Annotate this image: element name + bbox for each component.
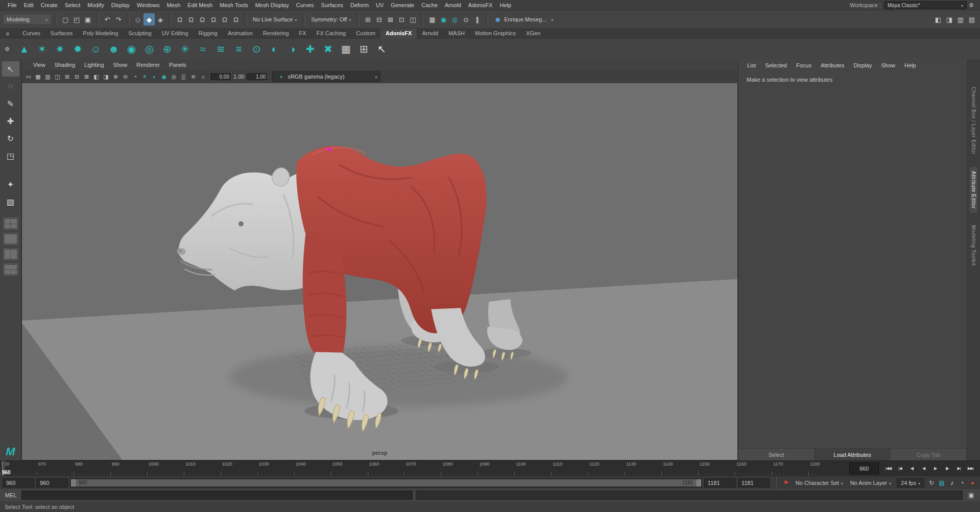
adonisfx-joint-icon[interactable]: ✷ [52,41,68,58]
anti-aliasing-icon[interactable]: ◎ [169,71,179,82]
account-menu[interactable]: ☻ Enrique Meseg... [491,15,556,23]
output-connections-icon[interactable]: ⊟ [373,13,385,26]
adonisfx-grid-icon[interactable]: ▦ [338,41,354,58]
adonisfx-skeleton-icon[interactable]: ✶ [34,41,51,58]
snap-to-view-plane-icon[interactable]: Ω [219,13,230,26]
adonisfx-locator-icon[interactable]: ✸ [69,41,86,58]
menu-item[interactable]: Arnold [441,1,465,9]
last-tool-used[interactable]: ✦ [2,177,19,192]
shelf-tab[interactable]: MASH [443,29,470,39]
mute-audio-icon[interactable]: ♪ [947,478,957,488]
wireframe-shaded-icon[interactable]: ◔ [130,71,140,82]
animation-start-field[interactable]: 960 [3,478,34,487]
image-plane-icon[interactable]: ⊖ [121,71,130,82]
attribute-editor-menu-item[interactable]: List [743,62,760,68]
render-settings-icon[interactable]: ⊙ [460,13,471,26]
menu-item[interactable]: Edit [20,1,37,9]
xray-icon[interactable]: ▒ [179,71,188,82]
step-back-key-button[interactable]: ◀| [906,463,917,474]
select-object-icon[interactable]: ◆ [144,13,155,26]
step-forward-frame-button[interactable]: ▶| [953,463,964,474]
timeline-tick[interactable]: 1160 [735,461,772,476]
timeline-tick[interactable]: 990 [110,461,147,476]
gamma-field[interactable]: 1.00 [246,72,268,81]
anim-layer-select[interactable]: No Anim Layer [848,480,894,486]
playback-loop-icon[interactable]: ↻ [926,478,937,488]
timeline-tick[interactable]: 1100 [514,461,551,476]
shadows-icon[interactable]: ◐ [150,71,159,82]
copy-tab-button[interactable]: Copy Tab [891,449,967,460]
toggle-tool-settings-icon[interactable]: ▥ [955,13,966,26]
panel-menu-item[interactable]: View [29,62,50,68]
playback-end-field[interactable]: 1181 [704,478,736,487]
timeline-tick[interactable]: 1090 [477,461,514,476]
menu-item[interactable]: Help [496,1,515,9]
panel-menu-item[interactable]: Panels [164,62,191,68]
move-tool[interactable]: ✚ [2,113,19,129]
go-to-start-button[interactable]: |◀◀ [883,463,894,474]
workspace-settings-icon[interactable]: ⚙ [967,1,976,10]
tab-channel-box[interactable]: Channel Box / Layer Editor [970,83,977,159]
timeline-tick[interactable]: 1150 [698,461,735,476]
open-scene-icon[interactable]: ◰ [71,13,82,26]
command-language-toggle[interactable]: MEL [3,492,18,498]
adonisfx-delete-icon[interactable]: ✖ [320,41,337,58]
step-back-frame-button[interactable]: |◀ [895,463,905,474]
timeline-tick[interactable]: 1180 [808,461,845,476]
adonisfx-muscle-icon[interactable]: ≈ [195,41,211,58]
shelf-tab[interactable]: AdonisFX [380,29,417,39]
render-current-frame-icon[interactable]: ◉ [438,13,449,26]
snap-to-grid-icon[interactable]: Ω [174,13,185,26]
custom-tool[interactable]: ▧ [2,194,19,209]
new-scene-icon[interactable]: ▢ [60,13,71,26]
menu-item[interactable]: Deform [347,1,372,9]
step-forward-key-button[interactable]: |▶ [942,463,952,474]
timeline-tick[interactable]: 1060 [368,461,404,476]
symmetry-select[interactable]: Symmetry: Off [308,14,354,25]
panel-menu-item[interactable]: Renderer [132,62,164,68]
timeline-tick[interactable]: 1140 [661,461,698,476]
script-editor-icon[interactable]: ▣ [966,490,977,500]
menu-item[interactable]: Select [61,1,84,9]
timeline-tick[interactable]: 1010 [184,461,221,476]
lasso-select-tool[interactable]: ◌ [2,79,19,94]
timeline-tick[interactable]: 1000 [147,461,184,476]
timeline-tick[interactable]: 1050 [331,461,368,476]
timeline-tick[interactable]: 1040 [294,461,331,476]
adonisfx-fascia-icon[interactable]: ≋ [212,41,229,58]
paint-select-tool[interactable]: ✎ [2,96,19,111]
grid-toggle-icon[interactable]: ▦ [33,71,43,82]
film-gate-icon[interactable]: ▥ [43,71,53,82]
camera-attributes-icon[interactable]: ◨ [101,71,111,82]
adonisfx-logo-icon[interactable]: ▲ [16,41,33,58]
auto-key-icon[interactable]: ● [967,478,977,488]
gate-mask-icon[interactable]: ⊞ [62,71,72,82]
safe-action-icon[interactable]: ⊠ [82,71,91,82]
menu-item[interactable]: File [4,1,20,9]
snap-to-point-icon[interactable]: Ω [197,13,208,26]
adonisfx-head-icon[interactable]: ☺ [87,41,104,58]
timeline-tick[interactable]: 1030 [257,461,294,476]
menu-item[interactable]: Edit Mesh [184,1,216,9]
adonisfx-slap-icon[interactable]: ◐ [266,41,283,58]
adonisfx-face-ring-icon[interactable]: ◎ [141,41,158,58]
layout-shortcut-three-view[interactable] [3,263,18,276]
save-scene-icon[interactable]: ▣ [82,13,93,26]
timeline-tick[interactable]: 970 [37,461,74,476]
timeline-tick[interactable]: 1170 [772,461,808,476]
shelf-tab[interactable]: Arnold [417,29,443,39]
attribute-editor-menu-item[interactable]: Help [900,62,921,68]
attribute-editor-menu-item[interactable]: Attributes [816,62,849,68]
make-live-icon[interactable]: Ω [230,13,242,26]
command-input[interactable] [21,491,413,500]
fps-select[interactable]: 24 fps [897,478,924,487]
shelf-menu-icon[interactable]: ≡ [3,29,12,38]
shelf-tab[interactable]: Animation [223,29,258,39]
timeline-tick[interactable]: 1070 [404,461,441,476]
tab-modeling-toolkit[interactable]: Modeling Toolkit [970,221,977,270]
adonisfx-layers-icon[interactable]: ≡ [230,41,247,58]
menu-item[interactable]: Mesh Display [252,1,293,9]
toggle-modeling-toolkit-icon[interactable]: ◧ [933,13,944,26]
shelf-tab[interactable]: Custom [351,29,380,39]
adonisfx-skin-icon[interactable]: ⊙ [248,41,265,58]
